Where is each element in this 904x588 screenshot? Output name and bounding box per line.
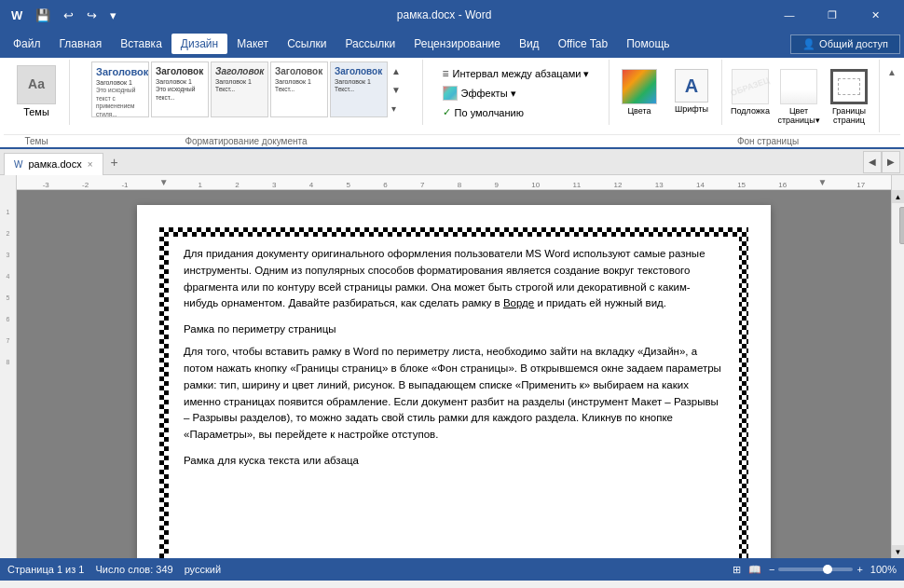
heading-sub-4: Заголовок 1Текст...: [275, 78, 323, 94]
zoom-out-button[interactable]: −: [769, 564, 774, 575]
window-title: рамка.docx - Word: [120, 8, 768, 21]
fonts-large-label: Шрифты: [675, 104, 708, 114]
ribbon-collapse-area: ▲: [880, 60, 900, 80]
scroll-thumb[interactable]: [899, 207, 905, 244]
save-icon[interactable]: 💾: [32, 5, 54, 26]
ribbon-group-themes: Аа Темы: [4, 60, 70, 125]
heading-more[interactable]: ▾: [391, 103, 401, 114]
colors-large-label: Цвета: [627, 106, 651, 116]
heading-scroll-up[interactable]: ▲: [391, 66, 401, 76]
horizontal-ruler: -3-2-1 ▼ 12345678910111213141516 ▼ 17: [17, 175, 891, 190]
ribbon-group-colors-fonts: Цвета A Шрифты: [610, 60, 722, 125]
tab-prev-arrow[interactable]: ◀: [863, 151, 882, 173]
heading-title-2: Заголовок: [156, 66, 204, 76]
headings-content: Заголовок Заголовок 1Это исходный текст …: [91, 62, 401, 117]
fonts-large-button[interactable]: A Шрифты: [667, 65, 716, 119]
title-bar-left: W 💾 ↩ ↪ ▾: [7, 5, 120, 26]
interval-label: Интервал между абзацами ▾: [453, 68, 590, 80]
menu-item-mailings[interactable]: Рассылки: [336, 34, 404, 54]
ribbon-content: Аа Темы Заголовок Заголовок 1Это исходны…: [4, 60, 900, 132]
close-button[interactable]: ✕: [854, 0, 897, 30]
interval-icon: ≡: [443, 67, 449, 80]
page-color-label: Цвет страницы▾: [777, 106, 819, 125]
themes-group-label: Темы: [4, 135, 69, 147]
vertical-ruler: 1 2 3 4 5 6 7 8: [0, 190, 17, 558]
undo-icon[interactable]: ↩: [60, 5, 77, 26]
menu-item-home[interactable]: Главная: [50, 34, 112, 54]
menu-item-references[interactable]: Ссылки: [278, 34, 336, 54]
effects-label: Эффекты ▾: [461, 88, 516, 100]
menu-item-help[interactable]: Помощь: [617, 34, 678, 54]
document-tab[interactable]: W рамка.docx ×: [4, 153, 103, 175]
heading-sub-2: Заголовок 1Это исходный текст...: [156, 78, 204, 102]
menu-item-insert[interactable]: Вставка: [111, 34, 171, 54]
default-button[interactable]: ✓ По умолчанию: [439, 104, 594, 120]
heading-style-2[interactable]: Заголовок Заголовок 1Это исходный текст.…: [151, 62, 209, 117]
heading-title-1: Заголовок: [96, 66, 144, 77]
ruler-container: -3-2-1 ▼ 12345678910111213141516 ▼ 17: [0, 175, 904, 190]
fonts-large-icon: A: [675, 69, 708, 103]
customize-icon[interactable]: ▾: [106, 5, 120, 26]
menu-item-view[interactable]: Вид: [510, 34, 549, 54]
v-ruler-marks: 1 2 3 4 5 6 7 8: [0, 190, 16, 365]
zoom-track[interactable]: [778, 567, 853, 571]
read-mode-icon[interactable]: 📖: [748, 564, 761, 576]
main-area: 1 2 3 4 5 6 7 8: [0, 190, 904, 558]
redo-icon[interactable]: ↪: [83, 5, 101, 26]
status-bar: Страница 1 из 1 Число слов: 349 русский …: [0, 558, 904, 581]
page-borders-button[interactable]: Границы страниц: [825, 65, 873, 129]
colors-large-button[interactable]: Цвета: [615, 65, 664, 119]
interval-button[interactable]: ≡ Интервал между абзацами ▾: [439, 65, 594, 82]
menu-item-layout[interactable]: Макет: [227, 34, 278, 54]
ruler-right-spacer: [891, 175, 904, 190]
page-bg-content: ОБРАЗЕЦ Подложка Цвет страницы▾ Границы …: [728, 62, 873, 129]
zoom-in-button[interactable]: +: [856, 564, 862, 575]
language-indicator: русский: [185, 564, 221, 575]
new-tab-button[interactable]: +: [103, 153, 126, 171]
colors-large-icon: [622, 69, 657, 104]
watermark-button[interactable]: ОБРАЗЕЦ Подложка: [728, 65, 773, 129]
page: Для придания документу оригинального офо…: [137, 205, 771, 558]
menu-bar-right: 👤 Общий доступ: [790, 34, 900, 54]
status-bar-right: ⊞ 📖 − + 100%: [733, 564, 897, 576]
themes-content: Аа Темы: [9, 62, 63, 121]
effects-icon: [443, 86, 458, 101]
tab-arrows: ◀ ▶: [863, 151, 900, 173]
doc-tab-name: рамка.docx: [28, 158, 81, 170]
heading-scroll-down[interactable]: ▼: [391, 85, 401, 95]
page-color-button[interactable]: Цвет страницы▾: [776, 65, 821, 129]
heading-style-4[interactable]: Заголовок Заголовок 1Текст...: [270, 62, 328, 117]
heading-style-5[interactable]: Заголовок Заголовок 1Текст...: [330, 62, 388, 117]
tab-next-arrow[interactable]: ▶: [882, 151, 900, 173]
word-logo-icon: W: [7, 7, 26, 23]
effects-button[interactable]: Эффекты ▾: [439, 84, 594, 103]
colors-content: ≡ Интервал между абзацами ▾ Эффекты ▾ ✓ …: [439, 62, 594, 120]
themes-button[interactable]: Аа Темы: [9, 62, 63, 121]
check-icon: ✓: [443, 106, 451, 118]
menu-item-design[interactable]: Дизайн: [171, 34, 227, 54]
doc-tab-close[interactable]: ×: [88, 159, 93, 170]
zoom-slider: − +: [769, 564, 863, 575]
heading-1: Рамка по периметру страницы: [184, 321, 724, 338]
ribbon-collapse-button[interactable]: ▲: [883, 63, 900, 80]
menu-item-review[interactable]: Рецензирование: [404, 34, 510, 54]
paragraph-2: Для того, чтобы вставить рамку в Word по…: [184, 344, 724, 444]
themes-icon: Аа: [17, 65, 56, 104]
right-scrollbar: ▲ ▼: [891, 190, 904, 558]
heading-title-5: Заголовок: [335, 66, 383, 76]
heading-style-3[interactable]: Заголовок Заголовок 1Текст...: [211, 62, 268, 117]
paragraph-1: Для придания документу оригинального офо…: [184, 246, 724, 312]
heading-scroll: ▲ ▼ ▾: [391, 62, 401, 117]
scroll-down-button[interactable]: ▼: [892, 545, 905, 558]
scroll-up-button[interactable]: ▲: [892, 190, 905, 203]
themes-label: Темы: [23, 106, 49, 117]
menu-item-file[interactable]: Файл: [4, 34, 50, 54]
minimize-button[interactable]: —: [768, 0, 811, 30]
share-button[interactable]: 👤 Общий доступ: [790, 34, 900, 54]
heading-style-1[interactable]: Заголовок Заголовок 1Это исходный текст …: [91, 62, 149, 117]
ribbon-group-colors: ≡ Интервал между абзацами ▾ Эффекты ▾ ✓ …: [423, 60, 610, 125]
print-layout-icon[interactable]: ⊞: [733, 564, 741, 576]
restore-button[interactable]: ❐: [811, 0, 854, 30]
menu-item-officetab[interactable]: Office Tab: [549, 34, 618, 54]
share-label: Общий доступ: [819, 38, 888, 49]
